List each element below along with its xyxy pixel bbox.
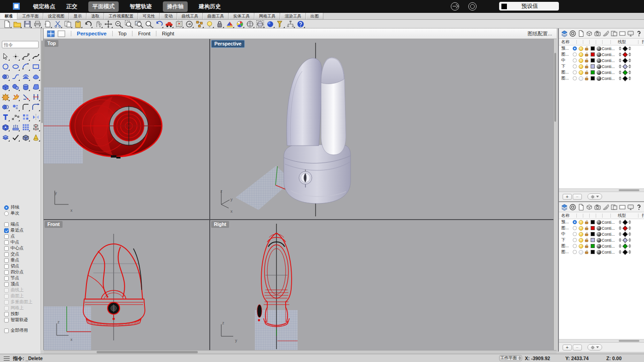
layer-material-icon[interactable] bbox=[597, 58, 601, 63]
zoom-extents-icon[interactable] bbox=[145, 20, 153, 28]
trim-tool[interactable] bbox=[21, 92, 30, 102]
layer-lock-icon[interactable] bbox=[584, 238, 590, 243]
ribbon-tab[interactable]: 工作视窗配置 bbox=[104, 13, 138, 19]
cut-icon[interactable] bbox=[54, 20, 62, 28]
osnap-mode-radio[interactable]: 持续 bbox=[4, 204, 40, 210]
osnap-checkbox[interactable]: 曲线上 bbox=[4, 287, 40, 293]
layer-visibility-bulb-icon[interactable] bbox=[579, 226, 583, 231]
layer-visibility-bulb-icon[interactable] bbox=[579, 70, 583, 75]
layer-lock-icon[interactable] bbox=[584, 232, 590, 237]
layer-linetype-select[interactable]: Conti... bbox=[602, 52, 623, 57]
zoom-window-icon[interactable] bbox=[135, 20, 143, 28]
lock-icon[interactable] bbox=[216, 20, 224, 28]
layer-lock-icon[interactable] bbox=[584, 249, 590, 255]
cube-icon[interactable] bbox=[586, 30, 593, 37]
layer-material-icon[interactable] bbox=[597, 238, 601, 243]
viewport-horizontal-scrollbar[interactable] bbox=[44, 350, 557, 354]
layer-visibility-bulb-icon[interactable] bbox=[579, 232, 583, 237]
undo-view-icon[interactable] bbox=[155, 20, 163, 28]
layer-lock-icon[interactable] bbox=[584, 76, 590, 81]
titlebar-menu-item[interactable]: 锁定格点 bbox=[33, 3, 55, 11]
cylinder-tool[interactable] bbox=[21, 82, 30, 91]
layer-linetype-select[interactable]: Conti... bbox=[602, 64, 623, 69]
layer-visibility-bulb-icon[interactable] bbox=[579, 220, 583, 225]
osnap-checkbox[interactable]: 多重曲面上 bbox=[4, 299, 40, 305]
check-tool[interactable] bbox=[11, 133, 20, 142]
point-cloud-tool[interactable] bbox=[11, 102, 20, 112]
target-icon[interactable] bbox=[569, 204, 576, 211]
layer-lock-icon[interactable] bbox=[584, 220, 590, 225]
layer-row[interactable]: 图... Conti... bbox=[559, 243, 644, 249]
ribbon-tab[interactable]: 变动 bbox=[160, 13, 177, 19]
layer-lock-icon[interactable] bbox=[584, 46, 590, 51]
titlebar-menu-item[interactable]: 平面模式 bbox=[88, 1, 119, 12]
hierarchy-icon[interactable] bbox=[287, 20, 294, 28]
rotate-view-icon[interactable] bbox=[104, 20, 112, 28]
layer-current-radio[interactable] bbox=[573, 70, 577, 74]
camera-icon[interactable] bbox=[594, 30, 601, 37]
explode-tool[interactable] bbox=[1, 92, 10, 102]
osnap-checkbox[interactable]: 网格上 bbox=[4, 305, 40, 311]
ribbon-tab[interactable]: 曲面工具 bbox=[203, 13, 229, 19]
wireframe-sphere-icon[interactable] bbox=[246, 20, 254, 28]
array-tool[interactable] bbox=[21, 113, 30, 122]
osnap-checkbox[interactable]: 顶点 bbox=[4, 281, 40, 287]
gumball-circle-icon[interactable] bbox=[451, 2, 459, 11]
layer-color-swatch[interactable] bbox=[591, 70, 595, 74]
cube-icon[interactable] bbox=[586, 204, 593, 211]
save-icon[interactable] bbox=[23, 20, 31, 28]
layer-current-radio[interactable] bbox=[573, 64, 577, 68]
layer-name[interactable]: 图... bbox=[559, 51, 572, 57]
ribbon-tab[interactable]: 渲染工具 bbox=[280, 13, 306, 19]
osnap-checkbox[interactable]: 端点 bbox=[4, 221, 40, 227]
osnap-checkbox[interactable]: 点 bbox=[4, 233, 40, 239]
sphere-tool[interactable] bbox=[11, 82, 20, 91]
ribbon-tab[interactable]: 设定视图 bbox=[43, 13, 69, 19]
ribbon-tab[interactable]: 显示 bbox=[69, 13, 86, 19]
viewport-front-badge[interactable]: Front bbox=[45, 221, 63, 228]
layer-row[interactable]: 图... Conti... bbox=[559, 51, 644, 57]
layer-current-radio[interactable] bbox=[573, 58, 577, 62]
layer-print-color[interactable] bbox=[623, 64, 632, 68]
viewport-tab[interactable]: Right bbox=[162, 31, 174, 36]
hatch-icon[interactable] bbox=[602, 204, 610, 211]
layer-print-color[interactable] bbox=[623, 58, 632, 62]
layer-current-radio[interactable] bbox=[573, 250, 577, 254]
layer-visibility-bulb-icon[interactable] bbox=[579, 250, 583, 255]
layer-material-icon[interactable] bbox=[597, 244, 601, 249]
monitor-icon[interactable] bbox=[627, 30, 634, 37]
zoom-in-icon[interactable] bbox=[115, 20, 122, 28]
open-file-icon[interactable] bbox=[13, 20, 21, 28]
layer-row[interactable]: 预... Conti... bbox=[559, 45, 644, 51]
layer-linetype-select[interactable]: Conti... bbox=[602, 220, 623, 225]
layer-linetype-select[interactable]: Conti... bbox=[602, 226, 623, 231]
viewport-perspective[interactable]: Perspective bbox=[210, 39, 553, 219]
viewport-right[interactable]: Right bbox=[210, 220, 553, 350]
layer-visibility-bulb-icon[interactable] bbox=[579, 76, 583, 81]
layer-color-swatch[interactable] bbox=[591, 250, 595, 254]
layer-lock-icon[interactable] bbox=[584, 64, 590, 69]
osnap-checkbox[interactable]: 中点 bbox=[4, 239, 40, 245]
cplane-dropdown[interactable]: 工作平面 bbox=[499, 355, 522, 361]
layer-material-icon[interactable] bbox=[597, 250, 601, 255]
layer-row[interactable]: 中 Conti... bbox=[559, 231, 644, 237]
osnap-checkbox[interactable]: 垂点 bbox=[4, 257, 40, 263]
layer-row[interactable]: 中 Conti... bbox=[559, 57, 644, 63]
four-viewport-layout-icon[interactable] bbox=[47, 30, 55, 37]
osnap-checkbox[interactable]: 交点 bbox=[4, 251, 40, 257]
layer-current-radio[interactable] bbox=[573, 52, 577, 57]
layer-material-icon[interactable] bbox=[597, 220, 601, 225]
layer-print-color[interactable] bbox=[623, 250, 632, 254]
layer-name[interactable]: 下 bbox=[559, 63, 572, 69]
layer-material-icon[interactable] bbox=[597, 226, 601, 231]
layer-print-color[interactable] bbox=[623, 76, 632, 80]
osnap-checkbox[interactable]: 曲面上 bbox=[4, 293, 40, 299]
target-icon[interactable] bbox=[569, 30, 576, 37]
layer-color-swatch[interactable] bbox=[591, 244, 595, 248]
new-file-icon[interactable] bbox=[3, 20, 11, 28]
curve-through-points-tool[interactable] bbox=[31, 52, 40, 61]
viewport-tab[interactable]: Top bbox=[118, 31, 127, 36]
layer-row[interactable]: 图... Conti... bbox=[559, 75, 644, 81]
layer-linetype-select[interactable]: Conti... bbox=[602, 250, 623, 255]
rectangle-tool[interactable] bbox=[31, 62, 40, 71]
